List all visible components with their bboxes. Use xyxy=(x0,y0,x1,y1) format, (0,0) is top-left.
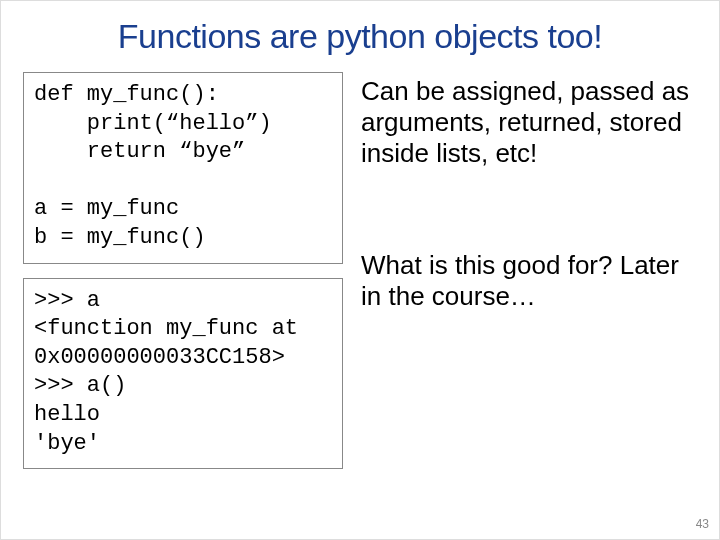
right-column: Can be assigned, passed as arguments, re… xyxy=(361,72,697,469)
slide: Functions are python objects too! def my… xyxy=(0,0,720,540)
code-block-definition: def my_func(): print(“hello”) return “by… xyxy=(23,72,343,264)
explanation-paragraph-2: What is this good for? Later in the cour… xyxy=(361,250,697,312)
left-column: def my_func(): print(“hello”) return “by… xyxy=(23,72,343,469)
explanation-paragraph-1: Can be assigned, passed as arguments, re… xyxy=(361,76,697,170)
code-block-repl: >>> a <function my_func at 0x00000000033… xyxy=(23,278,343,470)
page-number: 43 xyxy=(696,517,709,531)
content-area: def my_func(): print(“hello”) return “by… xyxy=(23,72,697,469)
slide-title: Functions are python objects too! xyxy=(23,17,697,56)
